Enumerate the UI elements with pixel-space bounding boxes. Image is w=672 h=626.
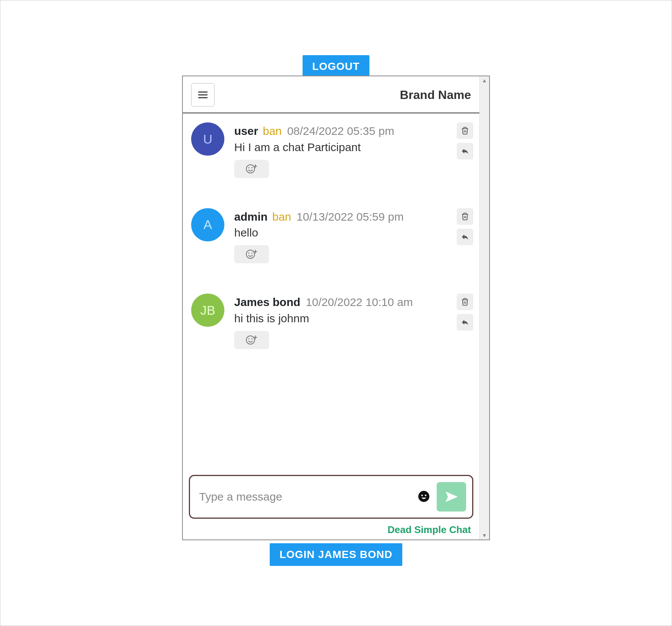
ban-link[interactable]: ban	[263, 125, 282, 137]
reply-icon	[461, 233, 469, 241]
hamburger-icon	[197, 89, 209, 100]
svg-point-4	[248, 167, 249, 168]
trash-icon	[461, 127, 469, 135]
emoji-button[interactable]	[416, 489, 431, 505]
svg-point-3	[246, 165, 255, 173]
react-button[interactable]	[234, 331, 269, 349]
timestamp: 10/20/2022 10:10 am	[306, 296, 413, 308]
react-button[interactable]	[234, 245, 269, 263]
svg-point-19	[251, 338, 252, 339]
send-button[interactable]	[437, 482, 466, 512]
svg-point-10	[246, 250, 255, 258]
avatar: U	[191, 122, 224, 156]
svg-point-26	[425, 495, 426, 496]
message-text: hello	[234, 226, 447, 239]
brand-title: Brand Name	[400, 88, 471, 102]
delete-button[interactable]	[457, 294, 473, 310]
chat-widget: Brand Name U user ban 08/24/2022 05:35 p…	[182, 76, 490, 540]
message-item: U user ban 08/24/2022 05:35 pm Hi I am a…	[191, 122, 476, 178]
smile-icon	[418, 490, 430, 502]
avatar: A	[191, 208, 224, 241]
timestamp: 10/13/2022 05:59 pm	[297, 210, 404, 223]
scrollbar[interactable]: ▲ ▼	[479, 76, 489, 539]
react-button[interactable]	[234, 160, 269, 178]
avatar: JB	[191, 294, 224, 327]
trash-icon	[461, 298, 469, 306]
svg-point-18	[248, 338, 249, 339]
delete-button[interactable]	[457, 208, 473, 225]
svg-point-11	[248, 252, 249, 253]
message-header: James bond 10/20/2022 10:10 am	[234, 294, 447, 311]
delete-button[interactable]	[457, 122, 473, 139]
menu-button[interactable]	[191, 83, 215, 107]
svg-point-17	[246, 336, 255, 344]
reply-button[interactable]	[457, 143, 473, 159]
message-item: A admin ban 10/13/2022 05:59 pm hello	[191, 208, 476, 264]
paper-plane-icon	[445, 490, 458, 504]
svg-point-25	[421, 495, 423, 496]
message-input[interactable]	[198, 490, 411, 504]
reply-icon	[461, 318, 469, 326]
smile-plus-icon	[245, 249, 258, 260]
message-text: Hi I am a chat Participant	[234, 141, 447, 154]
reply-icon	[461, 147, 469, 155]
message-list: U user ban 08/24/2022 05:35 pm Hi I am a…	[183, 113, 479, 472]
reply-button[interactable]	[457, 229, 473, 245]
chat-header: Brand Name	[183, 76, 479, 113]
scroll-down-icon[interactable]: ▼	[480, 531, 489, 539]
message-item: JB James bond 10/20/2022 10:10 am hi thi…	[191, 294, 476, 349]
ban-link[interactable]: ban	[272, 210, 291, 223]
timestamp: 08/24/2022 05:35 pm	[287, 125, 394, 137]
footer-link[interactable]: Dead Simple Chat	[183, 520, 479, 539]
trash-icon	[461, 212, 469, 221]
message-header: user ban 08/24/2022 05:35 pm	[234, 122, 447, 140]
reply-button[interactable]	[457, 314, 473, 331]
svg-point-12	[251, 252, 252, 253]
login-button[interactable]: LOGIN JAMES BOND	[270, 543, 402, 566]
scroll-up-icon[interactable]: ▲	[480, 76, 489, 85]
svg-point-5	[251, 167, 252, 168]
smile-plus-icon	[245, 335, 258, 345]
message-text: hi this is johnm	[234, 312, 447, 325]
composer	[189, 475, 473, 519]
svg-point-24	[418, 491, 429, 502]
username: James bond	[234, 296, 300, 308]
username: admin	[234, 210, 267, 223]
message-header: admin ban 10/13/2022 05:59 pm	[234, 208, 447, 226]
logout-button[interactable]: LOGOUT	[303, 55, 370, 78]
smile-plus-icon	[245, 164, 258, 174]
username: user	[234, 125, 258, 137]
